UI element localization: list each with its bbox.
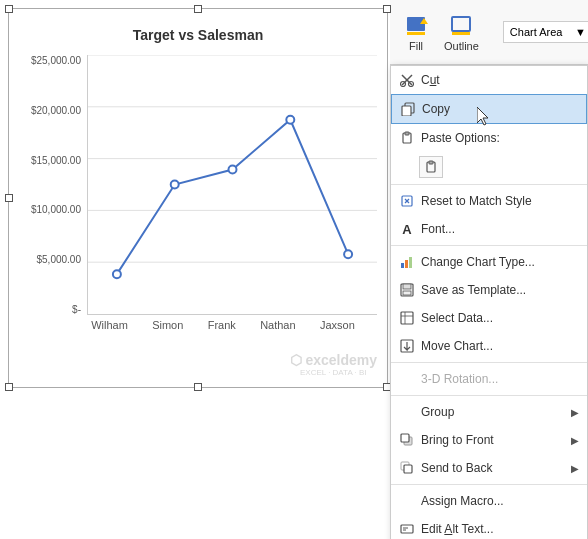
x-label-3: Frank — [208, 319, 236, 331]
select-data-label: Select Data... — [421, 311, 579, 325]
svg-point-11 — [171, 181, 179, 189]
y-label-5: $5,000.00 — [37, 254, 82, 265]
svg-rect-41 — [404, 465, 412, 473]
menu-item-paste-sub[interactable] — [391, 152, 587, 182]
menu-item-bring-front[interactable]: Bring to Front ▶ — [391, 426, 587, 454]
font-label: Font... — [421, 222, 579, 236]
menu-item-save-template[interactable]: Save as Template... — [391, 276, 587, 304]
send-back-arrow: ▶ — [571, 463, 579, 474]
x-label-2: Simon — [152, 319, 183, 331]
chart-title: Target vs Salesman — [19, 19, 377, 47]
separator-5 — [391, 484, 587, 485]
copy-label: Copy — [422, 102, 578, 116]
menu-item-edit-alt[interactable]: Edit Alt Text... — [391, 515, 587, 539]
change-chart-label: Change Chart Type... — [421, 255, 579, 269]
handle-bottom[interactable] — [194, 383, 202, 391]
assign-macro-icon — [397, 491, 417, 511]
menu-item-assign-macro[interactable]: Assign Macro... — [391, 487, 587, 515]
separator-3 — [391, 362, 587, 363]
y-label-6: $- — [72, 304, 81, 315]
cut-icon — [397, 70, 417, 90]
group-label: Group — [421, 405, 571, 419]
save-template-label: Save as Template... — [421, 283, 579, 297]
handle-top[interactable] — [194, 5, 202, 13]
menu-item-3d-rotation: 3-D Rotation... — [391, 365, 587, 393]
font-icon: A — [397, 219, 417, 239]
watermark-logo: ⬡ exceldemy — [290, 352, 378, 368]
svg-rect-20 — [402, 106, 411, 116]
paste-sub-icon — [419, 156, 443, 178]
fill-button[interactable]: Fill — [398, 10, 434, 54]
svg-rect-1 — [407, 32, 425, 35]
reset-icon — [397, 191, 417, 211]
chart-plot-area — [87, 55, 377, 315]
menu-item-font[interactable]: A Font... — [391, 215, 587, 243]
outline-icon — [447, 12, 475, 40]
handle-left[interactable] — [5, 194, 13, 202]
y-label-4: $10,000.00 — [31, 204, 81, 215]
svg-rect-32 — [403, 284, 411, 289]
x-label-1: Wilham — [91, 319, 128, 331]
group-icon — [397, 402, 417, 422]
x-label-5: Jaxson — [320, 319, 355, 331]
svg-rect-42 — [401, 525, 413, 533]
bring-front-label: Bring to Front — [421, 433, 571, 447]
select-data-icon — [397, 308, 417, 328]
svg-rect-4 — [452, 32, 470, 35]
menu-item-cut[interactable]: Cut — [391, 66, 587, 94]
chart-container: Target vs Salesman $25,000.00 $20,000.00… — [8, 8, 388, 388]
menu-item-move-chart[interactable]: Move Chart... — [391, 332, 587, 360]
handle-bottomleft[interactable] — [5, 383, 13, 391]
dropdown-value: Chart Area — [510, 26, 563, 38]
cut-label: Cut — [421, 73, 579, 87]
separator-2 — [391, 245, 587, 246]
edit-alt-icon — [397, 519, 417, 539]
reset-label: Reset to Match Style — [421, 194, 579, 208]
copy-icon — [398, 99, 418, 119]
svg-point-12 — [229, 166, 237, 174]
svg-point-13 — [286, 116, 294, 124]
svg-rect-30 — [409, 257, 412, 268]
handle-topleft[interactable] — [5, 5, 13, 13]
watermark-sub: EXCEL · DATA · BI — [290, 368, 378, 377]
3d-rotation-icon — [397, 369, 417, 389]
x-label-4: Nathan — [260, 319, 295, 331]
menu-item-group[interactable]: Group ▶ — [391, 398, 587, 426]
svg-rect-28 — [401, 263, 404, 268]
handle-topright[interactable] — [383, 5, 391, 13]
svg-rect-39 — [401, 434, 409, 442]
outline-label: Outline — [444, 40, 479, 52]
move-chart-label: Move Chart... — [421, 339, 579, 353]
3d-rotation-label: 3-D Rotation... — [421, 372, 579, 386]
menu-item-paste-options[interactable]: Paste Options: — [391, 124, 587, 152]
bring-front-arrow: ▶ — [571, 435, 579, 446]
outline-button[interactable]: Outline — [440, 10, 483, 54]
group-arrow: ▶ — [571, 407, 579, 418]
menu-item-copy[interactable]: Copy — [391, 94, 587, 124]
y-label-3: $15,000.00 — [31, 155, 81, 166]
context-menu: Cut Copy Paste Options: — [390, 65, 588, 539]
send-back-icon — [397, 458, 417, 478]
menu-item-select-data[interactable]: Select Data... — [391, 304, 587, 332]
ribbon: Fill Outline Chart Area ▼ — [390, 0, 588, 65]
menu-item-reset[interactable]: Reset to Match Style — [391, 187, 587, 215]
dropdown-arrow: ▼ — [575, 26, 586, 38]
x-axis: Wilham Simon Frank Nathan Jaxson — [79, 319, 367, 331]
menu-item-send-back[interactable]: Send to Back ▶ — [391, 454, 587, 482]
save-template-icon — [397, 280, 417, 300]
send-back-label: Send to Back — [421, 461, 571, 475]
menu-item-change-chart[interactable]: Change Chart Type... — [391, 248, 587, 276]
svg-rect-29 — [405, 260, 408, 268]
fill-icon — [402, 12, 430, 40]
separator-4 — [391, 395, 587, 396]
fill-label: Fill — [409, 40, 423, 52]
move-chart-icon — [397, 336, 417, 356]
y-label-1: $25,000.00 — [31, 55, 81, 66]
svg-point-14 — [344, 250, 352, 258]
svg-rect-33 — [403, 291, 411, 295]
separator-1 — [391, 184, 587, 185]
svg-rect-3 — [452, 17, 470, 31]
svg-rect-24 — [429, 161, 433, 164]
chart-area-dropdown[interactable]: Chart Area ▼ — [503, 21, 588, 43]
edit-alt-label: Edit Alt Text... — [421, 522, 579, 536]
